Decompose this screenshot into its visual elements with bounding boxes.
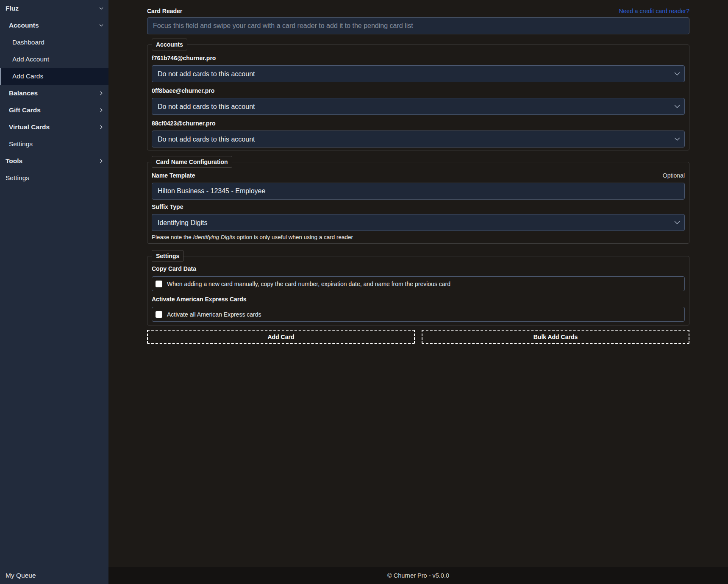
sidebar-item-label: Gift Cards bbox=[9, 106, 41, 114]
sidebar-item-dashboard[interactable]: Dashboard bbox=[0, 34, 108, 51]
account-row: 88cf0423@churner.pro Do not add cards to… bbox=[152, 120, 685, 147]
note-suffix: option is only useful when using a card … bbox=[235, 234, 353, 240]
sidebar-item-virtual-cards[interactable]: Virtual Cards bbox=[0, 119, 108, 136]
account-email-label: f761b746@churner.pro bbox=[152, 55, 685, 62]
sidebar-item-accounts[interactable]: Accounts bbox=[0, 17, 108, 34]
account-select[interactable]: Do not add cards to this account bbox=[152, 65, 685, 82]
sidebar-item-add-cards[interactable]: Add Cards bbox=[0, 68, 108, 85]
activate-amex-text: Activate all American Express cards bbox=[167, 311, 261, 318]
sidebar-item-label: Dashboard bbox=[12, 39, 44, 46]
activate-amex-label: Activate American Express Cards bbox=[152, 296, 685, 303]
footer: © Churner Pro - v5.0.0 bbox=[108, 567, 728, 584]
note-italic: Identifying Digits bbox=[193, 234, 235, 240]
settings-legend: Settings bbox=[152, 250, 183, 262]
name-template-label: Name Template bbox=[152, 172, 195, 179]
chevron-right-icon bbox=[99, 91, 104, 96]
activate-amex-group: Activate all American Express cards bbox=[152, 307, 685, 322]
sidebar-item-label: Accounts bbox=[9, 22, 39, 29]
accounts-fieldset: Accounts f761b746@churner.pro Do not add… bbox=[147, 39, 689, 150]
sidebar-item-my-queue[interactable]: My Queue bbox=[0, 567, 108, 584]
copy-card-data-label: Copy Card Data bbox=[152, 265, 685, 273]
add-card-button[interactable]: Add Card bbox=[147, 330, 415, 344]
need-card-reader-link[interactable]: Need a credit card reader? bbox=[619, 8, 689, 15]
sidebar-item-balances[interactable]: Balances bbox=[0, 85, 108, 102]
card-reader-label: Card Reader bbox=[147, 8, 182, 15]
sidebar: Fluz Accounts Dashboard Add Account Add … bbox=[0, 0, 108, 584]
card-name-legend: Card Name Configuration bbox=[152, 156, 232, 168]
account-email-label: 0ff8baee@churner.pro bbox=[152, 87, 685, 95]
sidebar-item-label: Add Cards bbox=[12, 72, 43, 80]
suffix-type-select-wrap: Identifying Digits bbox=[152, 214, 685, 231]
sidebar-item-gift-cards[interactable]: Gift Cards bbox=[0, 102, 108, 119]
chevron-down-icon bbox=[99, 6, 104, 11]
sidebar-item-tools[interactable]: Tools bbox=[0, 153, 108, 170]
sidebar-item-add-account[interactable]: Add Account bbox=[0, 51, 108, 68]
optional-text: Optional bbox=[663, 172, 685, 179]
copy-card-data-group: When adding a new card manually, copy th… bbox=[152, 276, 685, 291]
content: Card Reader Need a credit card reader? A… bbox=[108, 0, 728, 567]
note-prefix: Please note the bbox=[152, 234, 193, 240]
sidebar-item-label: Add Account bbox=[12, 56, 49, 63]
sidebar-item-label: Virtual Cards bbox=[9, 123, 50, 131]
footer-text: © Churner Pro - v5.0.0 bbox=[387, 572, 449, 579]
sidebar-item-label: Fluz bbox=[6, 5, 19, 12]
account-select[interactable]: Do not add cards to this account bbox=[152, 98, 685, 115]
card-name-fieldset: Card Name Configuration Name Template Op… bbox=[147, 156, 689, 244]
settings-fieldset: Settings Copy Card Data When adding a ne… bbox=[147, 250, 689, 325]
bulk-add-cards-button[interactable]: Bulk Add Cards bbox=[422, 330, 689, 344]
name-template-input[interactable] bbox=[152, 183, 685, 200]
action-buttons: Add Card Bulk Add Cards bbox=[147, 330, 689, 344]
card-reader-header: Card Reader Need a credit card reader? bbox=[147, 8, 689, 15]
suffix-type-label: Suffix Type bbox=[152, 203, 685, 211]
chevron-right-icon bbox=[99, 108, 104, 113]
main-area: Card Reader Need a credit card reader? A… bbox=[108, 0, 728, 584]
sidebar-item-label: Tools bbox=[6, 157, 22, 165]
activate-amex-checkbox[interactable] bbox=[156, 311, 162, 318]
sidebar-spacer bbox=[0, 186, 108, 567]
name-template-label-row: Name Template Optional bbox=[152, 172, 685, 179]
sidebar-item-label: Balances bbox=[9, 89, 38, 97]
sidebar-item-label: Settings bbox=[9, 140, 33, 148]
sidebar-nav: Fluz Accounts Dashboard Add Account Add … bbox=[0, 0, 108, 186]
sidebar-item-label: Settings bbox=[6, 174, 29, 182]
account-select[interactable]: Do not add cards to this account bbox=[152, 131, 685, 147]
account-email-label: 88cf0423@churner.pro bbox=[152, 120, 685, 127]
account-select-wrap: Do not add cards to this account bbox=[152, 131, 685, 147]
chevron-right-icon bbox=[99, 159, 104, 164]
suffix-type-select[interactable]: Identifying Digits bbox=[152, 214, 685, 231]
sidebar-item-settings-accounts[interactable]: Settings bbox=[0, 136, 108, 153]
sidebar-item-fluz[interactable]: Fluz bbox=[0, 0, 108, 17]
sidebar-item-settings[interactable]: Settings bbox=[0, 170, 108, 186]
sidebar-item-label: My Queue bbox=[6, 572, 36, 579]
chevron-down-icon bbox=[99, 23, 104, 28]
accounts-legend: Accounts bbox=[152, 39, 187, 50]
copy-card-data-checkbox[interactable] bbox=[156, 281, 162, 287]
chevron-right-icon bbox=[99, 125, 104, 130]
account-select-wrap: Do not add cards to this account bbox=[152, 98, 685, 115]
suffix-type-note: Please note the Identifying Digits optio… bbox=[152, 234, 685, 241]
account-row: f761b746@churner.pro Do not add cards to… bbox=[152, 55, 685, 82]
copy-card-data-text: When adding a new card manually, copy th… bbox=[167, 281, 450, 287]
account-row: 0ff8baee@churner.pro Do not add cards to… bbox=[152, 87, 685, 115]
card-reader-input[interactable] bbox=[147, 17, 689, 34]
account-select-wrap: Do not add cards to this account bbox=[152, 65, 685, 82]
